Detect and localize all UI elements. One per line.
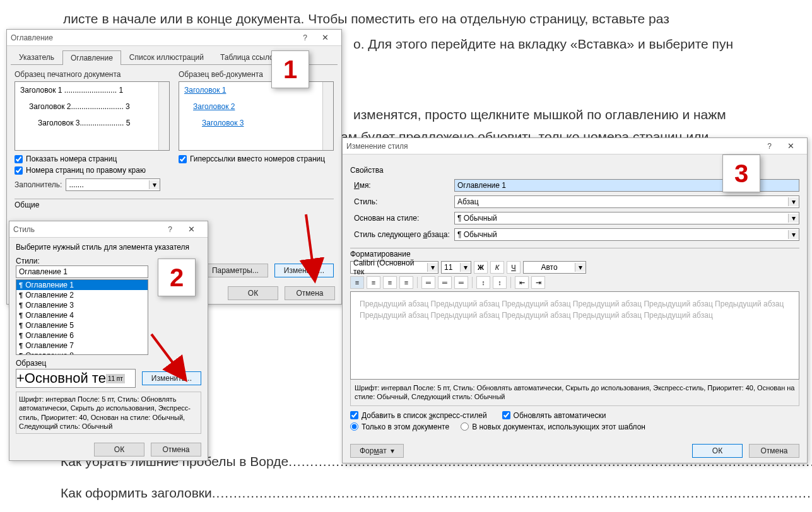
style-description: Шрифт: интервал После: 5 пт, Стиль: Обно… — [16, 392, 201, 434]
style-titlebar[interactable]: Стиль ? ✕ — [9, 221, 208, 238]
sample-preview: +Основной те11 пт — [16, 369, 136, 388]
style-type-label: Стиль: — [354, 197, 377, 206]
help-icon[interactable]: ? — [761, 142, 778, 151]
name-label: Имя: — [354, 181, 371, 190]
chevron-down-icon: ▾ — [149, 180, 160, 189]
font-size-combo[interactable]: 11▾ — [441, 261, 471, 274]
chevron-down-icon: ▾ — [788, 230, 799, 239]
list-item[interactable]: ¶Оглавление 6 — [16, 330, 148, 340]
auto-update-checkbox[interactable]: Обновлять автоматически — [502, 411, 606, 420]
bg-text-2: о. Для этого перейдите на вкладку «Встав… — [353, 37, 733, 52]
scrollbar[interactable] — [158, 82, 169, 150]
indent-decrease-button[interactable]: ⇤ — [515, 276, 529, 289]
preview-link: Заголовок 2 — [184, 102, 328, 111]
format-button[interactable]: Формат ▾ — [350, 444, 404, 458]
options-button[interactable]: Параметры... — [203, 264, 268, 277]
web-preview-label: Образец веб-документа — [179, 70, 334, 79]
print-preview: Заголовок 1 ......................... 1 … — [15, 81, 170, 151]
add-quick-checkbox[interactable]: Добавить в список экспресс-стилей — [350, 411, 487, 420]
space-before-down-button[interactable]: ↕ — [493, 276, 507, 289]
chevron-down-icon: ▾ — [575, 263, 585, 272]
web-preview: Заголовок 1 Заголовок 2 Заголовок 3 — [179, 81, 334, 151]
tab-index[interactable]: Указатель — [11, 50, 62, 64]
callout-3: 3 — [722, 154, 760, 192]
modify-style-button[interactable]: Изменить... — [142, 371, 201, 385]
underline-button[interactable]: Ч — [507, 261, 521, 274]
preview-line: Заголовок 2......................... 3 — [20, 102, 164, 111]
formatting-preview: Предыдущий абзац Предыдущий абзац Предыд… — [350, 291, 799, 380]
bg-text-3: изменятся, просто щелкните мышкой по огл… — [353, 107, 726, 122]
style-title: Стиль — [13, 225, 35, 234]
ok-button[interactable]: ОК — [94, 443, 144, 457]
line-spacing-1-button[interactable]: ═ — [421, 276, 435, 289]
close-icon[interactable]: ✕ — [778, 139, 803, 153]
preview-link: Заголовок 3 — [184, 119, 328, 127]
scrollbar[interactable] — [322, 82, 333, 150]
based-on-label: Основан на стиле: — [354, 214, 419, 223]
chevron-down-icon: ▾ — [427, 263, 438, 272]
show-page-numbers-checkbox[interactable]: Показать номера страниц — [15, 154, 170, 163]
style-description: Шрифт: интервал После: 5 пт, Стиль: Обно… — [350, 380, 799, 406]
style-dialog: Стиль ? ✕ Выберите нужный стиль для элем… — [9, 221, 208, 461]
indent-increase-button[interactable]: ⇥ — [531, 276, 545, 289]
help-icon[interactable]: ? — [162, 225, 179, 234]
list-item[interactable]: ¶Оглавление 2 — [16, 290, 148, 300]
bg-text-6: Как оформить заголовки..................… — [61, 486, 812, 501]
align-left-button[interactable]: ≡ — [350, 276, 364, 289]
modify-button[interactable]: Изменить... — [274, 264, 334, 277]
help-icon[interactable]: ? — [298, 33, 312, 42]
leader-combo[interactable]: .......▾ — [66, 178, 160, 191]
style-instruction: Выберите нужный стиль для элемента указа… — [16, 243, 201, 252]
list-item[interactable]: ¶Оглавление 7 — [16, 340, 148, 351]
bg-text-1: листе в начале или в конце документа. Чт… — [63, 11, 669, 26]
chevron-down-icon: ▾ — [788, 197, 799, 206]
list-item[interactable]: ¶Оглавление 4 — [16, 310, 148, 320]
modify-style-title: Изменение стиля — [346, 142, 408, 151]
line-spacing-2-button[interactable]: ═ — [454, 276, 468, 289]
font-combo[interactable]: Calibri (Основной тек▾ — [350, 261, 438, 274]
cancel-button[interactable]: Отмена — [285, 286, 335, 300]
tab-illustrations[interactable]: Список иллюстраций — [121, 50, 212, 64]
list-item[interactable]: ¶Оглавление 3 — [16, 300, 148, 310]
formatting-section: Форматирование — [350, 248, 799, 259]
space-before-up-button[interactable]: ↕ — [476, 276, 490, 289]
next-style-label: Стиль следующего абзаца: — [354, 230, 450, 239]
toc-title: Оглавление — [11, 33, 53, 42]
general-section: Общие — [15, 199, 334, 209]
based-on-combo[interactable]: ¶ Обычный▾ — [454, 212, 799, 224]
modify-style-titlebar[interactable]: Изменение стиля ? ✕ — [343, 138, 807, 154]
bold-button[interactable]: Ж — [474, 261, 488, 274]
close-icon[interactable]: ✕ — [179, 223, 204, 236]
ok-button[interactable]: ОК — [692, 444, 743, 458]
list-item[interactable]: ¶Оглавление 1 — [16, 280, 148, 290]
callout-2: 2 — [158, 259, 196, 296]
align-justify-button[interactable]: ≡ — [399, 276, 413, 289]
leader-label: Заполнитель: — [15, 180, 62, 189]
chevron-down-icon: ▾ — [460, 263, 471, 272]
only-this-doc-radio[interactable]: Только в этом документе — [350, 422, 449, 431]
new-docs-radio[interactable]: В новых документах, использующих этот ша… — [461, 422, 645, 431]
line-spacing-15-button[interactable]: ═ — [438, 276, 452, 289]
list-item[interactable]: ¶Оглавление 8 — [16, 351, 148, 355]
preview-line: Заголовок 3..................... 5 — [20, 119, 164, 127]
tab-toc[interactable]: Оглавление — [62, 50, 121, 65]
align-right-button[interactable]: ≡ — [383, 276, 397, 289]
cancel-button[interactable]: Отмена — [749, 444, 799, 458]
styles-listbox[interactable]: ¶Оглавление 1 ¶Оглавление 2 ¶Оглавление … — [16, 279, 148, 355]
style-name-input[interactable] — [16, 265, 148, 278]
next-style-combo[interactable]: ¶ Обычный▾ — [454, 228, 799, 241]
style-type-combo[interactable]: Абзац▾ — [454, 195, 799, 208]
cancel-button[interactable]: Отмена — [151, 443, 201, 457]
preview-line: Заголовок 1 ......................... 1 — [20, 86, 164, 95]
toc-titlebar[interactable]: Оглавление ? ✕ — [7, 30, 341, 46]
ok-button[interactable]: ОК — [228, 286, 278, 300]
hyperlinks-checkbox[interactable]: Гиперссылки вместо номеров страниц — [179, 154, 334, 163]
font-color-combo[interactable]: Авто▾ — [523, 261, 586, 274]
sample-label: Образец — [16, 359, 201, 368]
print-preview-label: Образец печатного документа — [15, 70, 170, 79]
right-align-checkbox[interactable]: Номера страниц по правому краю — [15, 166, 170, 175]
close-icon[interactable]: ✕ — [312, 31, 338, 45]
align-center-button[interactable]: ≡ — [367, 276, 380, 289]
italic-button[interactable]: К — [490, 261, 504, 274]
list-item[interactable]: ¶Оглавление 5 — [16, 320, 148, 330]
